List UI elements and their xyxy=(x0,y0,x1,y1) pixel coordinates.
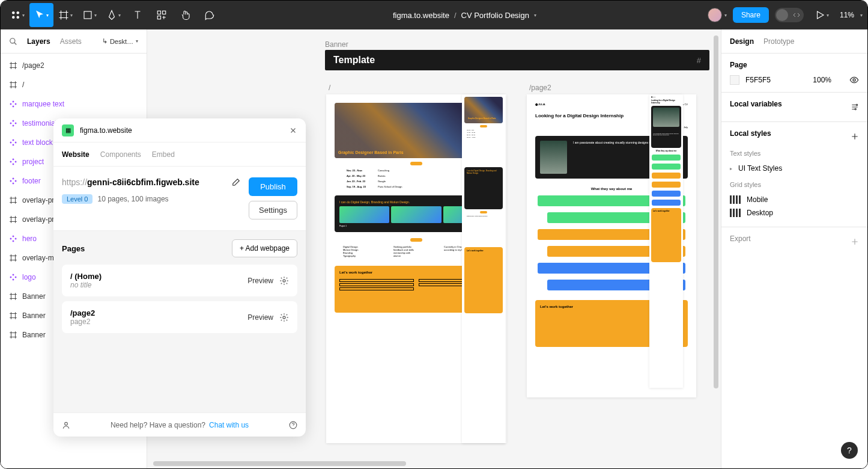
layer-item[interactable]: marquee text xyxy=(1,94,147,114)
grid-style-mobile[interactable]: Mobile xyxy=(730,193,859,206)
template-banner[interactable]: Template # xyxy=(325,50,709,70)
ui-text-styles-row[interactable]: ▸ UI Text Styles xyxy=(730,162,859,175)
user-avatar[interactable]: ▾ xyxy=(708,8,727,22)
breadcrumb[interactable]: figma.to.website / CV Portfolio Design ▾ xyxy=(222,11,708,20)
help-text: Need help? Have a question? xyxy=(111,421,205,429)
account-icon[interactable] xyxy=(62,421,70,429)
tab-assets[interactable]: Assets xyxy=(60,37,82,46)
grid-icon xyxy=(730,209,741,217)
frame-label-page2[interactable]: /page2 xyxy=(529,84,551,92)
page-count-meta: 10 pages, 100 images xyxy=(97,195,168,203)
page-card[interactable]: / (Home)no titlePreview xyxy=(62,265,297,296)
layer-item[interactable]: /page2 xyxy=(1,56,147,75)
edit-url-icon[interactable] xyxy=(232,178,240,186)
page-selector[interactable]: ↳Deskt…▾ xyxy=(102,37,138,45)
add-export-icon[interactable] xyxy=(851,238,859,246)
layer-item[interactable]: / xyxy=(1,75,147,94)
pen-tool[interactable]: ▾ xyxy=(102,3,126,27)
breadcrumb-file[interactable]: CV Portfolio Design xyxy=(461,11,529,20)
local-styles-heading: Local styles xyxy=(730,129,771,138)
text-styles-heading: Text styles xyxy=(730,150,859,157)
tab-layers[interactable]: Layers xyxy=(27,37,50,46)
plugin-logo-icon: ▦ xyxy=(62,124,74,136)
artboard-home-mobile[interactable]: Graphic Designer Based in Paris Nov 23 -… xyxy=(462,94,505,443)
main-menu-button[interactable]: ▾ xyxy=(5,3,29,27)
help-button[interactable]: ? xyxy=(841,442,858,459)
variables-settings-icon[interactable] xyxy=(851,103,859,111)
plugin-panel: ▦ figma.to.website Website Components Em… xyxy=(53,118,306,437)
page-card[interactable]: /page2page2Preview xyxy=(62,301,297,333)
svg-rect-4 xyxy=(84,11,91,19)
pages-heading: Pages xyxy=(62,244,85,253)
publish-button[interactable]: Publish xyxy=(249,177,297,196)
artboard-page2-mobile[interactable]: ⬤ JULIA Looking for a Digital Design Int… xyxy=(649,94,683,388)
svg-point-10 xyxy=(283,316,285,319)
banner-frame-label[interactable]: Banner xyxy=(325,40,348,49)
search-icon[interactable] xyxy=(9,37,17,46)
hand-tool[interactable] xyxy=(174,3,198,27)
frame-label-home[interactable]: / xyxy=(329,84,330,92)
resources-tool[interactable] xyxy=(150,3,174,27)
preview-link[interactable]: Preview xyxy=(247,313,273,322)
grid-icon xyxy=(730,195,741,204)
svg-point-3 xyxy=(17,16,20,19)
gear-icon[interactable] xyxy=(279,276,289,286)
export-heading[interactable]: Export xyxy=(730,234,751,243)
chat-link[interactable]: Chat with us xyxy=(209,421,249,429)
breadcrumb-app[interactable]: figma.to.website xyxy=(393,11,449,20)
svg-rect-5 xyxy=(157,11,160,14)
svg-point-15 xyxy=(855,108,856,109)
add-style-icon[interactable] xyxy=(851,132,859,141)
present-button[interactable]: ▾ xyxy=(810,3,834,27)
svg-point-9 xyxy=(283,280,285,282)
text-tool[interactable] xyxy=(126,3,150,27)
settings-button[interactable]: Settings xyxy=(249,201,297,219)
bg-opacity[interactable]: 100% xyxy=(813,76,831,84)
tab-design[interactable]: Design xyxy=(730,37,754,46)
comment-tool[interactable] xyxy=(198,3,222,27)
plugin-tab-website[interactable]: Website xyxy=(62,150,90,159)
svg-point-8 xyxy=(10,38,15,43)
eye-icon[interactable] xyxy=(849,75,859,85)
shape-tool[interactable]: ▾ xyxy=(77,3,102,27)
plugin-tab-embed[interactable]: Embed xyxy=(152,150,175,159)
svg-point-0 xyxy=(12,11,15,14)
canvas-scrollbar-v[interactable] xyxy=(714,35,718,450)
level-badge: Level 0 xyxy=(62,194,93,204)
bg-color-swatch[interactable] xyxy=(730,75,739,85)
zoom-level[interactable]: 11% xyxy=(840,11,854,19)
share-button[interactable]: Share xyxy=(733,7,769,23)
help-icon[interactable] xyxy=(289,421,297,429)
svg-rect-7 xyxy=(157,16,160,19)
top-toolbar: ▾ ▾ ▾ ▾ ▾ figma.to.website / CV Portfoli… xyxy=(1,1,867,29)
svg-point-13 xyxy=(853,79,855,81)
plugin-title: figma.to.website xyxy=(80,126,283,135)
svg-rect-6 xyxy=(163,11,166,14)
site-url: https://genni-c8ii6cbfim.figweb.site xyxy=(62,177,227,187)
add-webpage-button[interactable]: + Add webpage xyxy=(232,239,297,257)
svg-point-1 xyxy=(17,11,20,14)
frame-tool[interactable]: ▾ xyxy=(53,3,77,27)
preview-link[interactable]: Preview xyxy=(247,277,273,285)
plugin-tab-components[interactable]: Components xyxy=(100,150,141,159)
right-panel: Design Prototype Page F5F5F5 100% Local … xyxy=(721,29,867,468)
grid-style-desktop[interactable]: Desktop xyxy=(730,206,859,219)
local-variables-heading: Local variables xyxy=(730,100,782,108)
svg-point-14 xyxy=(856,104,857,105)
svg-point-11 xyxy=(65,422,68,425)
svg-point-2 xyxy=(12,16,15,19)
gear-icon[interactable] xyxy=(279,313,289,322)
grid-styles-heading: Grid styles xyxy=(730,181,859,188)
tab-prototype[interactable]: Prototype xyxy=(763,37,794,46)
close-icon[interactable] xyxy=(289,126,297,135)
bg-color-value[interactable]: F5F5F5 xyxy=(745,76,771,84)
dev-mode-toggle[interactable] xyxy=(775,8,804,22)
move-tool[interactable]: ▾ xyxy=(29,3,53,27)
canvas-scrollbar-h[interactable] xyxy=(153,461,715,466)
page-heading: Page xyxy=(730,61,859,69)
